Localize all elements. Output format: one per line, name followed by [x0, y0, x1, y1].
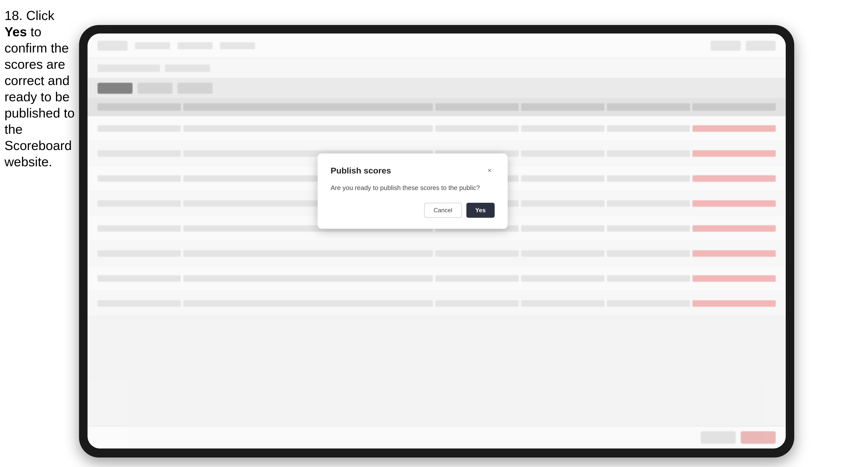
col-header-score3 [607, 103, 690, 111]
yes-button[interactable]: Yes [466, 203, 495, 218]
footer-btn-primary [741, 431, 776, 444]
col-header-rank [97, 103, 181, 111]
table-row [88, 291, 786, 316]
modal-header: Publish scores × [331, 165, 495, 176]
table-row [88, 116, 786, 141]
publish-scores-dialog: Publish scores × Are you ready to publis… [318, 154, 508, 229]
nav-links [135, 42, 703, 49]
nav-btn-2 [746, 41, 776, 51]
nav-logo [97, 41, 127, 51]
instruction-text: 18. Click Yes to confirm the scores are … [4, 7, 77, 170]
tablet-screen: Publish scores × Are you ready to publis… [88, 33, 786, 448]
bold-yes: Yes [4, 25, 27, 39]
toolbar-btn-2 [137, 83, 173, 94]
cancel-button[interactable]: Cancel [424, 203, 462, 218]
instruction-suffix: to confirm the scores are correct and re… [4, 25, 74, 169]
table-row [88, 241, 786, 266]
nav-link-2 [178, 42, 213, 49]
instruction-prefix: Click [26, 8, 55, 23]
modal-title: Publish scores [331, 166, 391, 176]
footer-row [88, 426, 786, 448]
table-row [88, 266, 786, 291]
col-header-name [183, 103, 433, 111]
modal-body-text: Are you ready to publish these scores to… [331, 183, 495, 193]
footer-btn-secondary [701, 431, 736, 444]
nav-link-3 [220, 42, 255, 49]
sub-header [88, 59, 786, 79]
col-header-score2 [521, 103, 604, 111]
toolbar-row [88, 79, 786, 98]
col-header-score1 [435, 103, 519, 111]
toolbar-btn-active [97, 83, 132, 94]
close-icon[interactable]: × [485, 165, 495, 176]
app-background [88, 33, 786, 448]
modal-footer: Cancel Yes [331, 203, 495, 218]
nav-bar [88, 33, 786, 59]
sub-badge [165, 64, 210, 72]
col-header-total [692, 103, 776, 111]
sub-title [97, 64, 160, 72]
col-headers [88, 98, 786, 116]
nav-right [711, 41, 776, 51]
nav-btn-1 [711, 41, 741, 51]
step-number: 18. [4, 8, 23, 23]
nav-link-1 [135, 42, 170, 49]
toolbar-btn-3 [178, 83, 213, 94]
